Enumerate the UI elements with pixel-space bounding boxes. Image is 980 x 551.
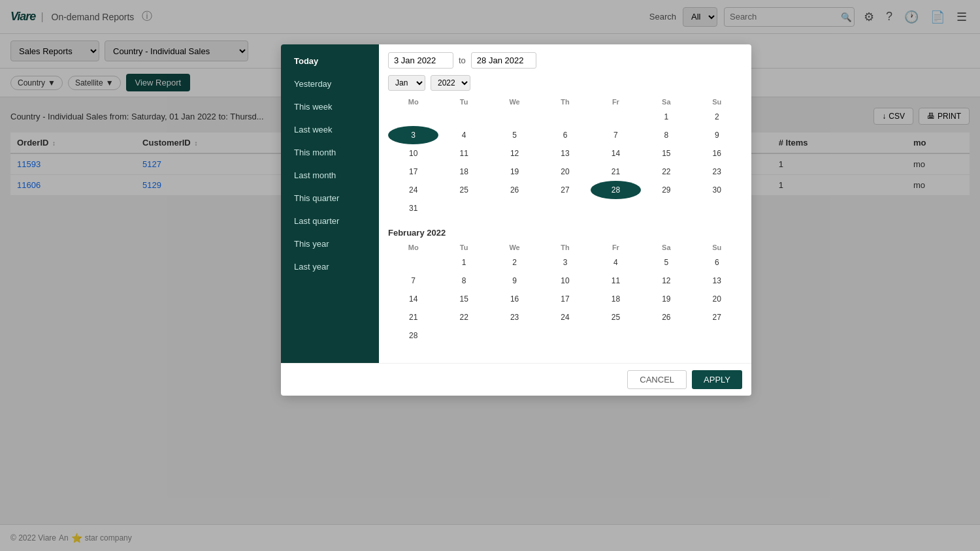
datepicker-sidebar: TodayYesterdayThis weekLast weekThis mon… [281,44,379,206]
sidebar-option-last_month[interactable]: Last month [281,164,379,187]
cal-day[interactable]: 1 [641,108,691,126]
cal-header: Sa [641,96,691,108]
cal-day[interactable]: 13 [540,144,590,163]
cal-day[interactable]: 8 [641,126,691,144]
cal-day[interactable]: 4 [438,126,489,144]
cal-day[interactable]: 20 [540,163,590,181]
cal-day[interactable]: 25 [438,181,489,199]
cal-day [540,108,590,126]
datepicker-body: TodayYesterdayThis weekLast weekThis mon… [281,44,751,206]
cal-day [438,108,489,126]
cal-day[interactable]: 10 [388,144,438,163]
datepicker-header: to [388,52,742,69]
sidebar-option-this_week[interactable]: This week [281,95,379,118]
cal-day[interactable]: 18 [438,163,489,181]
month-select[interactable]: JanFebMarAprMayJunJulAugSepOctNovDec [388,75,425,91]
cal-day [641,199,691,206]
cal-day [692,199,742,206]
cal-day[interactable]: 9 [692,126,742,144]
cal-day[interactable]: 2 [692,108,742,126]
cal-day[interactable]: 22 [641,163,691,181]
datepicker-calendars: to JanFebMarAprMayJunJulAugSepOctNovDec … [379,44,751,206]
cal-day[interactable]: 6 [540,126,590,144]
cal-day[interactable]: 26 [489,181,540,199]
datepicker-popup: TodayYesterdayThis weekLast weekThis mon… [281,44,751,206]
cal-day[interactable]: 31 [388,199,438,206]
sidebar-option-yesterday[interactable]: Yesterday [281,72,379,95]
cal-day[interactable]: 12 [489,144,540,163]
january-calendar: JanFebMarAprMayJunJulAugSepOctNovDec 202… [388,75,742,206]
cal-day[interactable]: 23 [692,163,742,181]
cal-header: Fr [591,96,641,108]
cal-day[interactable]: 15 [641,144,691,163]
cal-day[interactable]: 19 [489,163,540,181]
cal-day[interactable]: 28 [591,181,641,199]
cal-day [388,108,438,126]
cal-header: Th [540,96,590,108]
calendar1-grid: MoTuWeThFrSaSu 1234567891011121314151617… [388,96,742,206]
cal-day [489,199,540,206]
cal-day[interactable]: 14 [591,144,641,163]
start-date-input[interactable] [388,52,453,69]
cal-day[interactable]: 29 [641,181,691,199]
cal-day[interactable]: 30 [692,181,742,199]
year-select[interactable]: 2020202120222023 [431,75,470,91]
date-to-label: to [459,55,466,65]
sidebar-option-today[interactable]: Today [281,50,379,72]
cal-day [438,199,489,206]
cal-day[interactable]: 16 [692,144,742,163]
cal-day[interactable]: 5 [489,126,540,144]
cal-day [591,199,641,206]
cal-day [591,108,641,126]
cal-day [540,199,590,206]
cal-header: Mo [388,96,438,108]
cal-day[interactable]: 27 [540,181,590,199]
cal-day [489,108,540,126]
end-date-input[interactable] [471,52,536,69]
cal-day[interactable]: 21 [591,163,641,181]
cal-header: Su [692,96,742,108]
cal-day[interactable]: 17 [388,163,438,181]
cal-header: Tu [438,96,489,108]
cal-day[interactable]: 24 [388,181,438,199]
calendar1-nav: JanFebMarAprMayJunJulAugSepOctNovDec 202… [388,75,742,91]
cal-day[interactable]: 3 [388,126,438,144]
sidebar-option-last_week[interactable]: Last week [281,118,379,141]
cal-day[interactable]: 7 [591,126,641,144]
cal-header: We [489,96,540,108]
cal-day[interactable]: 11 [438,144,489,163]
sidebar-option-this_month[interactable]: This month [281,141,379,164]
sidebar-option-this_quarter[interactable]: This quarter [281,187,379,206]
